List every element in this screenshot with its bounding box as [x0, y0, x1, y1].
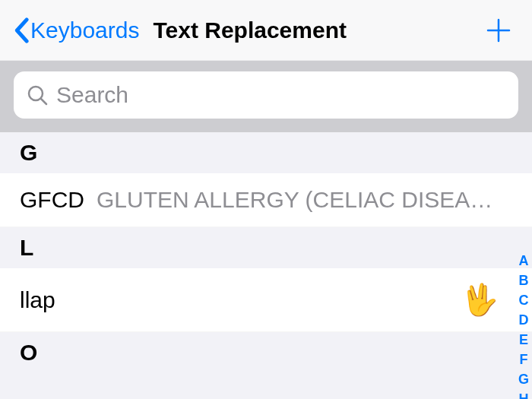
- back-label: Keyboards: [30, 17, 139, 43]
- back-button[interactable]: Keyboards: [14, 17, 139, 43]
- search-icon: [26, 84, 49, 106]
- page-title: Text Replacement: [153, 17, 347, 43]
- shortcut-text: llap: [20, 287, 55, 313]
- index-letter[interactable]: A: [518, 251, 528, 271]
- section-header-g: G: [0, 132, 532, 173]
- section-header-l: L: [0, 227, 532, 268]
- index-letter[interactable]: G: [518, 369, 529, 389]
- phrase-text: GLUTEN ALLERGY (CELIAC DISEA…: [97, 187, 512, 213]
- index-letter[interactable]: H: [518, 389, 528, 399]
- replacement-row[interactable]: GFCD GLUTEN ALLERGY (CELIAC DISEA…: [0, 173, 532, 227]
- navigation-header: Keyboards Text Replacement: [0, 0, 532, 61]
- index-letter[interactable]: F: [519, 350, 527, 369]
- index-letter[interactable]: D: [518, 310, 528, 330]
- index-letter[interactable]: B: [518, 271, 528, 290]
- alphabet-index[interactable]: A B C D E F G H: [518, 251, 529, 399]
- chevron-left-icon: [14, 17, 29, 43]
- search-input[interactable]: [56, 82, 506, 108]
- search-box[interactable]: [14, 71, 518, 119]
- add-button[interactable]: [485, 17, 512, 44]
- plus-icon: [485, 17, 512, 44]
- replacement-row[interactable]: llap 🖖: [0, 268, 532, 332]
- search-section: [0, 61, 532, 132]
- shortcut-text: GFCD: [20, 187, 84, 213]
- index-letter[interactable]: E: [519, 330, 528, 350]
- index-letter[interactable]: C: [518, 290, 528, 310]
- phrase-text: 🖖: [68, 282, 499, 318]
- section-header-o: O: [0, 332, 532, 373]
